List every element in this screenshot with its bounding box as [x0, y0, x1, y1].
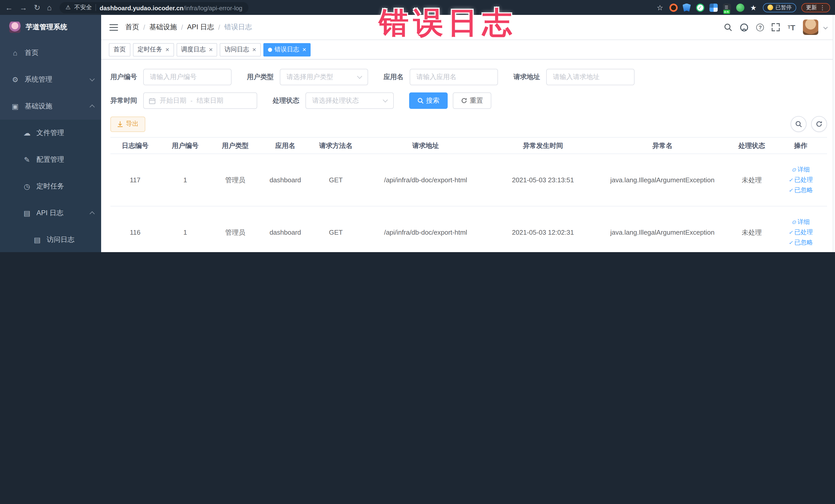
- header-search-icon[interactable]: [724, 23, 732, 31]
- column-header: 操作: [774, 137, 827, 154]
- sidebar-item-api-log[interactable]: ▤API 日志: [0, 200, 101, 226]
- tab-home[interactable]: 首页: [109, 43, 130, 56]
- font-size-icon[interactable]: TT: [788, 23, 795, 32]
- column-header: 处理状态: [729, 137, 774, 154]
- cell-method: GET: [311, 206, 361, 252]
- sidebar-item-file-management[interactable]: ☁文件管理: [0, 120, 101, 146]
- cell-status: 未处理: [729, 206, 774, 252]
- screen: ← → ↻ ⌂ ⚠ 不安全 dashboard.yudao.iocoder.cn…: [0, 0, 835, 252]
- tab-label: 定时任务: [138, 45, 162, 54]
- tab-scheduled-jobs[interactable]: 定时任务×: [133, 43, 174, 56]
- sidebar-item-infrastructure[interactable]: ▣基础设施: [0, 93, 101, 120]
- tab-job-log[interactable]: 调度日志×: [176, 43, 217, 56]
- cell-url: /api/infra/db-doc/export-html: [361, 206, 490, 252]
- browser-update-button[interactable]: 更新 ⋮: [801, 3, 830, 12]
- extension-leaf-icon[interactable]: [736, 3, 744, 12]
- tab-error-log[interactable]: 错误日志×: [263, 43, 311, 56]
- extension-shield-icon[interactable]: [683, 3, 691, 12]
- clock-icon: ◷: [23, 182, 31, 190]
- exception-time-range-picker[interactable]: 开始日期 - 结束日期: [143, 93, 257, 109]
- action-processed[interactable]: ✓已处理: [789, 176, 813, 184]
- cell-exception: java.lang.IllegalArgumentException: [596, 206, 729, 252]
- close-icon[interactable]: ×: [209, 46, 212, 53]
- sidebar-item-config-management[interactable]: ✎配置管理: [0, 146, 101, 173]
- table-body: 1171管理员dashboardGET/api/infra/db-doc/exp…: [110, 154, 827, 252]
- sidebar-item-label: 配置管理: [37, 155, 64, 164]
- user-id-placeholder: 请输入用户编号: [150, 73, 197, 82]
- refresh-table-button[interactable]: [811, 116, 827, 132]
- avatar-caret-icon[interactable]: [823, 25, 828, 29]
- extensions-puzzle-icon[interactable]: ★: [749, 3, 757, 12]
- cell-time: 2021-05-03 23:13:51: [490, 154, 596, 206]
- logo-row[interactable]: 芋道管理系统: [0, 15, 101, 40]
- request-url-placeholder: 请输入请求地址: [553, 73, 599, 82]
- sidebar-fold-icon[interactable]: [109, 23, 118, 31]
- kebab-menu-icon[interactable]: ⋮: [819, 4, 826, 11]
- sidebar-item-system-management[interactable]: ⚙系统管理: [0, 66, 101, 93]
- extension-orange-icon[interactable]: [669, 3, 677, 12]
- breadcrumb-item[interactable]: 错误日志: [224, 23, 252, 32]
- export-button-label: 导出: [126, 120, 139, 128]
- check-icon: ✓: [789, 240, 793, 245]
- sidebar-item-access-log[interactable]: ▤访问日志: [0, 226, 101, 252]
- action-detail[interactable]: ⊙详细: [792, 165, 810, 174]
- export-button[interactable]: 导出: [110, 116, 145, 132]
- request-url-label: 请求地址: [513, 73, 540, 82]
- sidebar-item-label: 定时任务: [37, 182, 64, 191]
- action-label: 已忽略: [794, 238, 813, 247]
- reset-button-label: 重置: [470, 96, 483, 105]
- close-icon[interactable]: ×: [165, 46, 169, 53]
- sidebar-item-scheduled-jobs[interactable]: ◷定时任务: [0, 173, 101, 200]
- user-avatar[interactable]: [803, 20, 818, 35]
- cell-exception: java.lang.IllegalArgumentException: [596, 154, 729, 206]
- sidebar-item-home[interactable]: ⌂首页: [0, 40, 101, 66]
- cell-operations: ⊙详细✓已处理✓已忽略: [774, 154, 827, 206]
- breadcrumb-item[interactable]: 基础设施: [149, 23, 177, 32]
- cell-user_id: 1: [160, 206, 210, 252]
- omnibox-divider: [96, 4, 96, 11]
- check-icon: ✓: [789, 230, 793, 235]
- sidebar-item-label: 基础设施: [25, 102, 53, 111]
- user-type-label: 用户类型: [247, 73, 273, 82]
- fullscreen-icon[interactable]: [772, 23, 780, 31]
- action-processed[interactable]: ✓已处理: [789, 228, 813, 237]
- filter-row-1: 用户编号 请输入用户编号 用户类型 请选择用户类型 应用名 请输入应用名 请求地…: [110, 69, 827, 85]
- cell-url: /api/infra/db-doc/export-html: [361, 154, 490, 206]
- extension-grid-icon[interactable]: [709, 3, 717, 12]
- extension-green-icon[interactable]: ✓: [696, 3, 704, 12]
- field-exception-time: 异常时间 开始日期 - 结束日期: [110, 93, 257, 109]
- chevron-down-icon: [89, 76, 95, 81]
- action-label: 已忽略: [794, 186, 813, 195]
- reset-button[interactable]: 重置: [453, 93, 491, 109]
- home-icon[interactable]: ⌂: [47, 4, 52, 11]
- paused-extension-pill[interactable]: 已暂停: [762, 3, 796, 12]
- bookmark-star-icon[interactable]: ☆: [656, 3, 664, 12]
- eye-icon: ⊙: [792, 167, 796, 172]
- search-button[interactable]: 搜索: [409, 93, 448, 109]
- action-ignored[interactable]: ✓已忽略: [789, 238, 813, 247]
- close-icon[interactable]: ×: [252, 46, 256, 53]
- process-status-select[interactable]: 请选择处理状态: [305, 93, 394, 109]
- github-icon[interactable]: [740, 23, 749, 32]
- exception-time-label: 异常时间: [110, 96, 137, 105]
- user-id-input[interactable]: 请输入用户编号: [143, 69, 231, 85]
- action-ignored[interactable]: ✓已忽略: [789, 186, 813, 195]
- extension-proxy-icon[interactable]: ☰on: [722, 3, 731, 12]
- calendar-icon: [149, 97, 156, 104]
- browser-scrollbar[interactable]: [833, 15, 835, 252]
- sidebar-item-label: 文件管理: [37, 128, 64, 138]
- help-icon[interactable]: ?: [756, 23, 764, 31]
- reload-icon[interactable]: ↻: [34, 4, 40, 11]
- back-icon[interactable]: ←: [5, 4, 13, 11]
- request-url-input[interactable]: 请输入请求地址: [546, 69, 634, 85]
- user-type-select[interactable]: 请选择用户类型: [280, 69, 368, 85]
- app-name-input[interactable]: 请输入应用名: [410, 69, 498, 85]
- tab-access-log[interactable]: 访问日志×: [220, 43, 261, 56]
- breadcrumb-item[interactable]: API 日志: [187, 23, 214, 32]
- address-bar[interactable]: ⚠ 不安全 dashboard.yudao.iocoder.cn/infra/l…: [59, 2, 248, 13]
- toggle-search-icon-button[interactable]: [791, 116, 807, 132]
- forward-icon[interactable]: →: [20, 4, 27, 11]
- breadcrumb-item[interactable]: 首页: [125, 23, 139, 32]
- close-icon[interactable]: ×: [302, 46, 306, 53]
- action-detail[interactable]: ⊙详细: [792, 218, 810, 226]
